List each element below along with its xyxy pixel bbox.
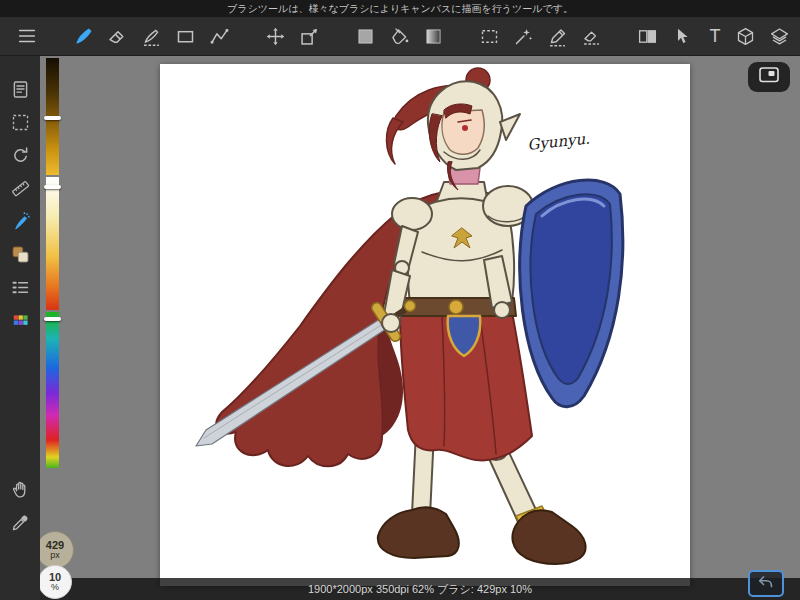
- move-icon[interactable]: [262, 23, 288, 49]
- knight-illustration: Gyunyu.: [160, 64, 690, 586]
- color-swatches-icon[interactable]: [7, 241, 33, 267]
- artist-signature: Gyunyu.: [527, 130, 591, 154]
- split-view-icon[interactable]: [634, 23, 660, 49]
- color-tone-slider-handle[interactable]: [44, 185, 61, 189]
- undo-button[interactable]: [748, 570, 784, 597]
- drawing-canvas[interactable]: Gyunyu.: [160, 64, 690, 586]
- undo-icon: [756, 572, 776, 596]
- brush-opacity-badge[interactable]: 10 %: [38, 565, 72, 599]
- shape-rect-icon[interactable]: [172, 23, 198, 49]
- transform-icon[interactable]: [296, 23, 322, 49]
- layers-icon[interactable]: [766, 23, 792, 49]
- workspace: 429 px 10 %: [40, 56, 800, 600]
- brush-list-icon[interactable]: [7, 274, 33, 300]
- tooltip-text: ブラシツールは、様々なブラシによりキャンバスに描画を行うツールです。: [227, 2, 573, 16]
- hue-slider[interactable]: [46, 312, 59, 468]
- marquee-select-icon[interactable]: [476, 23, 502, 49]
- eyedropper-icon[interactable]: [7, 509, 33, 535]
- color-slider-panel: [46, 58, 59, 470]
- canvas-info-text: 1900*2000px 350dpi 62% ブラシ: 429px 10%: [308, 582, 532, 597]
- polyline-icon[interactable]: [206, 23, 232, 49]
- text-tool-icon[interactable]: T: [702, 23, 728, 49]
- cursor-select-icon[interactable]: [668, 23, 694, 49]
- reference-window-button[interactable]: [748, 62, 790, 92]
- paint-bucket-icon[interactable]: [386, 23, 412, 49]
- eraser-icon[interactable]: [104, 23, 130, 49]
- status-bar: 1900*2000px 350dpi 62% ブラシ: 429px 10%: [40, 578, 800, 600]
- hue-slider-handle[interactable]: [44, 317, 61, 321]
- tooltip-bar: ブラシツールは、様々なブラシによりキャンバスに描画を行うツールです。: [0, 0, 800, 17]
- reference-window-icon: [757, 63, 781, 91]
- main-toolbar: T: [0, 17, 800, 56]
- brush-settings-badges: 429 px 10 %: [36, 531, 74, 599]
- left-tool-rail: [0, 56, 40, 600]
- document-icon[interactable]: [7, 76, 33, 102]
- airbrush-icon[interactable]: [7, 208, 33, 234]
- color-value-slider[interactable]: [46, 58, 59, 175]
- color-value-slider-handle[interactable]: [44, 116, 61, 120]
- select-pen-icon[interactable]: [138, 23, 164, 49]
- select-area-icon[interactable]: [7, 109, 33, 135]
- rail-bottom-group: [7, 476, 33, 600]
- draw-select-icon[interactable]: [544, 23, 570, 49]
- color-tone-slider[interactable]: [46, 177, 59, 310]
- erase-select-icon[interactable]: [578, 23, 604, 49]
- rotate-canvas-icon[interactable]: [7, 142, 33, 168]
- fill-rect-icon[interactable]: [352, 23, 378, 49]
- gradient-icon[interactable]: [420, 23, 446, 49]
- ruler-icon[interactable]: [7, 175, 33, 201]
- menu-icon[interactable]: [14, 23, 40, 49]
- pixel-palette-icon[interactable]: [7, 307, 33, 333]
- magic-wand-icon[interactable]: [510, 23, 536, 49]
- hand-icon[interactable]: [7, 476, 33, 502]
- brush-icon[interactable]: [70, 23, 96, 49]
- brush-size-badge[interactable]: 429 px: [36, 531, 74, 569]
- material-cube-icon[interactable]: [732, 23, 758, 49]
